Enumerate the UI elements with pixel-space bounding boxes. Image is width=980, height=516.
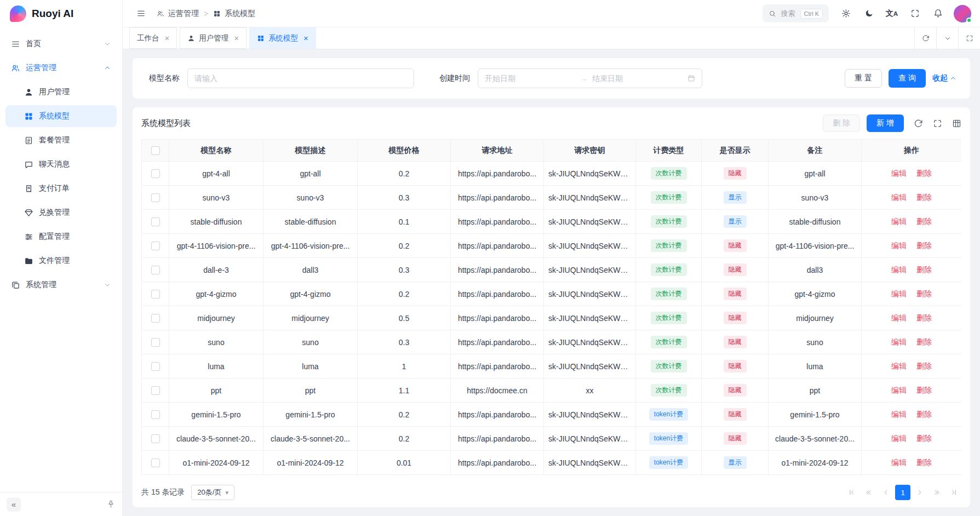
delete-link[interactable]: 删除 (916, 193, 932, 202)
refresh-icon[interactable] (914, 119, 923, 128)
cell-request-key: sk-JIUQLNndqSeKWU... (544, 234, 636, 258)
reset-button[interactable]: 重 置 (845, 69, 882, 88)
delete-link[interactable]: 删除 (916, 313, 932, 322)
row-checkbox[interactable] (151, 266, 160, 274)
sidebar-item-home[interactable]: 首页 (5, 33, 117, 55)
fullscreen-icon[interactable] (906, 4, 924, 23)
jump-back-button[interactable] (861, 485, 876, 500)
row-checkbox[interactable] (151, 169, 160, 178)
home-list-icon (11, 39, 20, 49)
next-page-button[interactable] (912, 485, 927, 500)
pin-icon[interactable] (106, 500, 116, 509)
edit-link[interactable]: 编辑 (891, 265, 907, 274)
avatar[interactable] (954, 5, 971, 22)
chevron-down-icon[interactable] (936, 27, 958, 49)
sidebar-item-payment-orders[interactable]: 支付订单 (5, 177, 117, 199)
jump-forward-button[interactable] (929, 485, 944, 500)
edit-link[interactable]: 编辑 (891, 217, 907, 226)
sidebar-item-user-management[interactable]: 用户管理 (5, 81, 117, 103)
first-page-button[interactable] (844, 485, 859, 500)
refresh-icon[interactable] (914, 27, 936, 49)
model-name-label: 模型名称 (149, 73, 180, 83)
row-checkbox[interactable] (151, 458, 160, 467)
edit-link[interactable]: 编辑 (891, 193, 907, 202)
column-settings-icon[interactable] (952, 119, 961, 128)
tab-system-model[interactable]: 系统模型 × (249, 27, 316, 49)
close-icon[interactable]: × (165, 34, 170, 42)
sidebar-item-file-management[interactable]: 文件管理 (5, 250, 117, 272)
search-input[interactable]: 搜索 Ctrl K (763, 4, 829, 22)
delete-link[interactable]: 删除 (916, 362, 932, 370)
edit-link[interactable]: 编辑 (891, 241, 907, 250)
menu-toggle-icon[interactable] (131, 4, 150, 23)
row-checkbox[interactable] (151, 386, 160, 395)
edit-link[interactable]: 编辑 (891, 362, 907, 370)
row-checkbox[interactable] (151, 290, 160, 299)
breadcrumb-operations[interactable]: 运营管理 (157, 9, 199, 19)
batch-delete-button[interactable]: 删 除 (823, 114, 860, 132)
start-date-input[interactable] (485, 74, 576, 83)
tab-user-management[interactable]: 用户管理 × (180, 27, 247, 49)
query-button[interactable]: 查 询 (889, 69, 926, 88)
row-checkbox[interactable] (151, 193, 160, 202)
language-translate-icon[interactable]: 文A (882, 4, 901, 23)
model-name-input[interactable] (187, 68, 414, 88)
delete-link[interactable]: 删除 (916, 434, 932, 443)
app-logo[interactable]: Ruoyi AI (0, 0, 122, 27)
row-checkbox[interactable] (151, 338, 160, 347)
notification-bell-icon[interactable] (929, 4, 947, 23)
edit-link[interactable]: 编辑 (891, 313, 907, 322)
edit-link[interactable]: 编辑 (891, 434, 907, 443)
sidebar-item-system-model[interactable]: 系统模型 (5, 105, 117, 127)
sidebar-item-config-management[interactable]: 配置管理 (5, 226, 117, 248)
delete-link[interactable]: 删除 (916, 410, 932, 418)
row-checkbox[interactable] (151, 434, 160, 443)
content-fullscreen-icon[interactable] (958, 27, 980, 49)
close-icon[interactable]: × (234, 34, 239, 42)
table-header-bar: 系统模型列表 删 除 新 增 (141, 107, 961, 139)
edit-link[interactable]: 编辑 (891, 386, 907, 394)
row-checkbox[interactable] (151, 362, 160, 371)
tab-workbench[interactable]: 工作台 × (129, 27, 177, 49)
add-button[interactable]: 新 增 (867, 114, 904, 132)
row-checkbox[interactable] (151, 217, 160, 226)
sidebar-item-package-management[interactable]: 套餐管理 (5, 129, 117, 151)
dark-mode-moon-icon[interactable] (859, 4, 878, 23)
cell-request-url: https://api.pandarobo... (451, 306, 544, 330)
collapse-filter-link[interactable]: 收起 (932, 73, 957, 83)
select-all-checkbox[interactable] (151, 146, 160, 155)
edit-link[interactable]: 编辑 (891, 337, 907, 346)
delete-link[interactable]: 删除 (916, 386, 932, 394)
edit-link[interactable]: 编辑 (891, 169, 907, 177)
settings-gear-icon[interactable] (836, 4, 855, 23)
end-date-input[interactable] (592, 74, 683, 83)
delete-link[interactable]: 删除 (916, 169, 932, 177)
row-checkbox[interactable] (151, 314, 160, 323)
sidebar-item-exchange-management[interactable]: 兑换管理 (5, 202, 117, 223)
delete-link[interactable]: 删除 (916, 241, 932, 250)
page-size-select[interactable]: 20条/页 ▾ (191, 485, 234, 500)
edit-link[interactable]: 编辑 (891, 289, 907, 298)
current-page[interactable]: 1 (895, 485, 910, 500)
previous-page-button[interactable] (878, 485, 893, 500)
billing-type-tag: token计费 (649, 408, 688, 421)
edit-link[interactable]: 编辑 (891, 410, 907, 418)
sidebar-item-system-management[interactable]: 系统管理 (5, 274, 117, 296)
sidebar-collapse-button[interactable]: « (7, 497, 21, 512)
delete-link[interactable]: 删除 (916, 289, 932, 298)
delete-link[interactable]: 删除 (916, 458, 932, 467)
delete-link[interactable]: 删除 (916, 265, 932, 274)
row-checkbox[interactable] (151, 242, 160, 250)
cell-request-url: https://docmee.cn (451, 379, 544, 403)
breadcrumb-system-model[interactable]: 系统模型 (213, 9, 255, 19)
edit-link[interactable]: 编辑 (891, 458, 907, 467)
date-range-picker[interactable]: → (478, 68, 702, 88)
row-checkbox[interactable] (151, 410, 160, 419)
table-fullscreen-icon[interactable] (933, 119, 942, 128)
delete-link[interactable]: 删除 (916, 217, 932, 226)
delete-link[interactable]: 删除 (916, 337, 932, 346)
sidebar-item-operations[interactable]: 运营管理 (5, 57, 117, 79)
close-icon[interactable]: × (303, 34, 308, 42)
last-page-button[interactable] (946, 485, 961, 500)
sidebar-item-chat-messages[interactable]: 聊天消息 (5, 153, 117, 175)
